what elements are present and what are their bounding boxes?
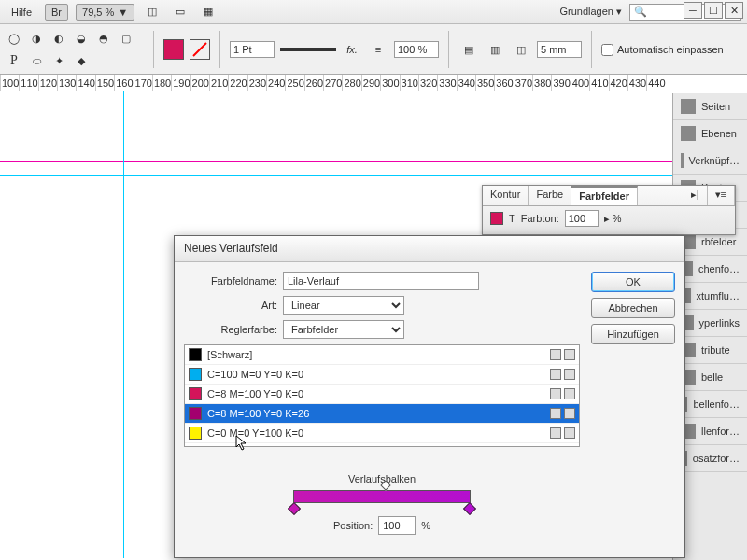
panel-item[interactable]: Seiten [673,93,747,120]
position-label: Position: [333,520,373,531]
tab-farbfelder[interactable]: Farbfelder [571,186,638,205]
stroke-preview [280,48,336,51]
gradient-ramp[interactable] [293,490,471,503]
tool-icon[interactable]: ◯ [4,28,24,49]
swatch-row[interactable]: C=0 M=0 Y=100 K=0 [185,424,579,443]
tool-icon[interactable]: ◑ [26,28,47,49]
type-label: Art: [184,300,277,311]
swatch-list[interactable]: [Schwarz]C=100 M=0 Y=0 K=0C=8 M=100 Y=0 … [184,344,580,447]
view-icon-3[interactable]: ▦ [198,2,218,22]
tool-icon[interactable]: ◓ [93,28,114,49]
menu-help[interactable]: Hilfe [6,5,37,20]
bridge-button[interactable]: Br [45,4,68,21]
tint-label: Farbton: [521,213,559,224]
workspace-dropdown[interactable]: Grundlagen ▾ [559,6,622,18]
guide-horizontal [0,161,747,162]
ok-button[interactable]: OK [591,272,675,292]
new-gradient-dialog: Neues Verlaufsfeld Farbfeldname: Art:Lin… [174,235,685,558]
tool-icon[interactable]: ▢ [116,28,136,49]
crop-icon[interactable]: ◫ [511,39,531,60]
panel-item[interactable]: Ebenen [673,120,747,147]
tool-icon[interactable]: ⬭ [26,50,47,71]
swatches-panel: Kontur Farbe Farbfelder ▸| ▾≡ T Farbton:… [482,185,736,235]
window-minimize-button[interactable]: ─ [684,2,702,19]
cancel-button[interactable]: Abbrechen [591,298,675,318]
swatch-row[interactable]: C=8 M=100 Y=0 K=0 [185,385,579,404]
tool-icon[interactable]: ◐ [49,28,69,49]
svg-line-0 [193,43,206,56]
opacity-input[interactable] [394,41,439,58]
panel-options-icon[interactable]: ▾≡ [708,186,735,205]
gradient-stop-left[interactable] [288,502,301,515]
tool-icon[interactable]: ✦ [49,50,69,71]
tool-icon[interactable]: ◒ [71,28,92,49]
stop-color-label: Reglerfarbe: [184,324,277,335]
swatch-name-input[interactable] [283,272,479,290]
align-icon[interactable]: ▥ [485,39,505,60]
control-toolbar: ◯ ◑ ◐ ◒ ◓ ▢ P ⬭ ✦ ◆ fx. ≡ ▤ ▥ ◫ Automati… [0,24,747,75]
view-icon-1[interactable]: ◫ [142,2,162,22]
text-icon[interactable]: T [509,213,515,224]
stroke-swatch[interactable] [190,39,210,60]
app-menubar: Hilfe Br 79,5 % ▼ ◫ ▭ ▦ Grundlagen ▾ 🔍 ─… [0,0,747,24]
view-icon-2[interactable]: ▭ [170,2,190,22]
guide-horizontal [0,175,747,176]
horizontal-ruler: 1001101201301401501601701801902002102202… [0,75,747,91]
panel-item[interactable]: Verknüpf… [673,147,747,175]
gradient-stop-right[interactable] [463,502,476,515]
tab-kontur[interactable]: Kontur [483,186,529,205]
tint-pct: ▸ % [604,213,622,225]
auto-fit-checkbox[interactable]: Automatisch einpassen [601,44,724,56]
add-button[interactable]: Hinzufügen [591,324,675,344]
panel-menu-icon[interactable]: ▸| [684,186,708,205]
swatch-row[interactable]: C=8 M=100 Y=0 K=26 [185,404,579,424]
dialog-title: Neues Verlaufsfeld [175,236,684,262]
position-pct: % [421,520,430,531]
fx-icon[interactable]: fx. [342,39,362,60]
guide-vertical [123,91,124,558]
swatch-row[interactable]: C=100 M=0 Y=0 K=0 [185,365,579,385]
stop-color-select[interactable]: Farbfelder [283,320,404,339]
fill-swatch[interactable] [163,39,184,60]
stroke-weight-input[interactable] [230,41,275,58]
tool-icon[interactable]: ◆ [71,50,92,71]
guide-vertical [148,91,148,558]
tint-input[interactable] [565,210,599,227]
fill-proxy-icon[interactable] [490,212,503,225]
swatch-row[interactable]: [Schwarz] [185,345,579,365]
tool-p-icon[interactable]: P [4,50,24,71]
align-icon[interactable]: ▤ [458,39,479,60]
window-close-button[interactable]: ✕ [725,2,743,19]
position-input[interactable] [378,516,416,535]
para-icon[interactable]: ≡ [368,39,388,60]
zoom-level[interactable]: 79,5 % ▼ [76,4,134,21]
tab-farbe[interactable]: Farbe [529,186,571,205]
swatch-name-label: Farbfeldname: [184,275,277,287]
size-input[interactable] [537,41,582,58]
type-select[interactable]: Linear [283,296,404,315]
window-maximize-button[interactable]: ☐ [704,2,723,19]
